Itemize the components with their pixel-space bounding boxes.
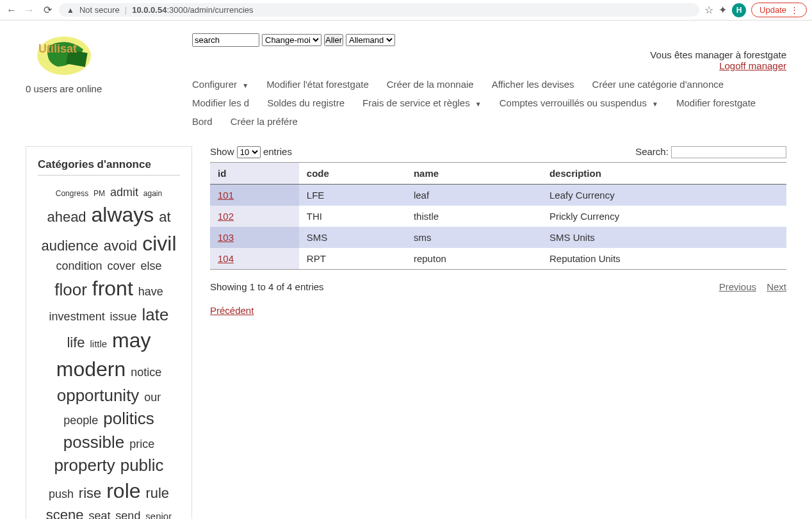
tag[interactable]: our [144, 391, 161, 404]
tag[interactable]: floor [54, 280, 87, 299]
previous-page[interactable]: Previous [719, 281, 756, 292]
nav-item[interactable]: Comptes verrouillés ou suspendus ▼ [499, 97, 658, 108]
cell-name: reputon [406, 248, 542, 270]
column-header[interactable]: description [542, 163, 786, 185]
tag[interactable]: may [112, 329, 150, 352]
row-id-link[interactable]: 102 [218, 211, 234, 222]
tag[interactable]: condition [56, 260, 102, 272]
cell-description: Reputation Units [542, 248, 786, 270]
nav-item[interactable]: Bord [192, 116, 213, 127]
tag[interactable]: possible [63, 432, 124, 452]
tag[interactable]: life [67, 334, 85, 350]
search-select-2[interactable]: Allemand [346, 34, 395, 46]
nav-item[interactable]: Créer de la monnaie [387, 79, 474, 90]
warning-icon: ▲ [67, 6, 74, 15]
search-input[interactable] [192, 33, 259, 47]
forward-icon[interactable]: → [23, 4, 36, 16]
tag[interactable]: scene [46, 507, 84, 519]
site-logo[interactable]: Utilisat [32, 33, 102, 78]
nav-item[interactable]: Afficher les devises [492, 79, 574, 90]
tag[interactable]: senior [145, 511, 172, 519]
extensions-icon[interactable]: ✦ [719, 4, 727, 16]
tag[interactable]: notice [131, 366, 161, 379]
tag[interactable]: people [63, 414, 98, 427]
table-search-input[interactable] [671, 146, 786, 158]
length-select[interactable]: 10 [237, 146, 261, 158]
row-id-link[interactable]: 104 [218, 253, 234, 264]
table-row: 101LFEleafLeafy Currency [210, 185, 786, 206]
cell-name: thistle [406, 206, 542, 227]
tag[interactable]: late [142, 305, 168, 324]
tag[interactable]: rule [145, 485, 169, 501]
tag[interactable]: always [92, 203, 154, 226]
tag[interactable]: little [90, 338, 107, 349]
table-row: 103SMSsmsSMS Units [210, 227, 786, 248]
users-online-label: 0 users are online [26, 83, 154, 94]
tag[interactable]: again [143, 189, 162, 198]
nav-item[interactable]: Modifier forestgate [676, 97, 756, 108]
column-header[interactable]: name [406, 163, 542, 185]
table-info: Showing 1 to 4 of 4 entries [210, 281, 324, 292]
browser-toolbar: ← → ⟳ ▲ Not secure | 10.0.0.54:3000/admi… [0, 0, 812, 21]
tag[interactable]: investment [49, 310, 105, 323]
table-search-label: Search: [635, 146, 669, 157]
cell-description: Leafy Currency [542, 185, 786, 206]
tag[interactable]: admit [110, 186, 138, 199]
tag[interactable]: opportunity [57, 386, 140, 405]
profile-avatar[interactable]: H [732, 3, 746, 17]
tag[interactable]: ahead [47, 209, 86, 225]
row-id-link[interactable]: 103 [218, 232, 234, 243]
tag[interactable]: have [138, 285, 163, 298]
nav-item[interactable]: Créer la préfére [231, 116, 298, 127]
kebab-icon[interactable]: ⋮ [790, 5, 799, 15]
next-page[interactable]: Next [767, 281, 786, 292]
tag[interactable]: politics [103, 409, 154, 428]
tag[interactable]: front [92, 277, 133, 300]
update-button[interactable]: Update ⋮ [751, 3, 807, 17]
reload-icon[interactable]: ⟳ [41, 4, 54, 16]
nav-item[interactable]: Modifier l'état forestgate [266, 79, 369, 90]
tag[interactable]: send [115, 509, 140, 519]
tag[interactable]: modern [56, 358, 126, 381]
entries-label: entries [263, 146, 292, 157]
tag[interactable]: audience [41, 238, 98, 254]
cell-code: RPT [299, 248, 406, 270]
nav-item[interactable]: Créer une catégorie d'annonce [592, 79, 724, 90]
tag[interactable]: PM [93, 189, 105, 198]
tag[interactable]: else [140, 260, 161, 272]
show-label: Show [210, 146, 234, 157]
tag[interactable]: at [159, 209, 170, 225]
back-icon[interactable]: ← [5, 4, 18, 16]
precedent-link[interactable]: Précédent [210, 305, 254, 316]
tag[interactable]: push [49, 488, 74, 500]
column-header[interactable]: id [210, 163, 299, 185]
tag[interactable]: price [129, 438, 154, 450]
nav-item[interactable]: Soldes du registre [267, 97, 345, 108]
search-go-button[interactable]: Aller [324, 34, 343, 46]
nav-item[interactable]: Modifier les d [192, 97, 249, 108]
tag[interactable]: seat [88, 509, 110, 519]
tag[interactable]: avoid [104, 238, 138, 254]
table-row: 104RPTreputonReputation Units [210, 248, 786, 270]
chevron-down-icon: ▼ [242, 82, 248, 89]
tag[interactable]: role [106, 479, 140, 502]
tag[interactable]: issue [110, 310, 137, 323]
logoff-link[interactable]: Logoff manager [719, 60, 786, 71]
cell-name: leaf [406, 185, 542, 206]
address-bar[interactable]: ▲ Not secure | 10.0.0.54:3000/admin/curr… [59, 3, 699, 17]
tag[interactable]: public [120, 456, 164, 475]
column-header[interactable]: code [299, 163, 406, 185]
star-icon[interactable]: ☆ [704, 4, 713, 16]
tag[interactable]: Congress [56, 189, 88, 198]
nav-item[interactable]: Frais de service et règles ▼ [362, 97, 482, 108]
nav-item[interactable]: Configurer ▼ [192, 79, 248, 90]
login-status: Vous êtes manager à forestgate [650, 49, 786, 60]
svg-text:Utilisat: Utilisat [38, 42, 77, 55]
tag[interactable]: cover [108, 260, 136, 272]
chevron-down-icon: ▼ [652, 101, 658, 108]
search-select-1[interactable]: Change-moi [262, 34, 321, 46]
tag[interactable]: civil [142, 232, 176, 255]
tag[interactable]: rise [79, 485, 101, 501]
tag[interactable]: property [54, 456, 115, 475]
row-id-link[interactable]: 101 [218, 190, 234, 201]
